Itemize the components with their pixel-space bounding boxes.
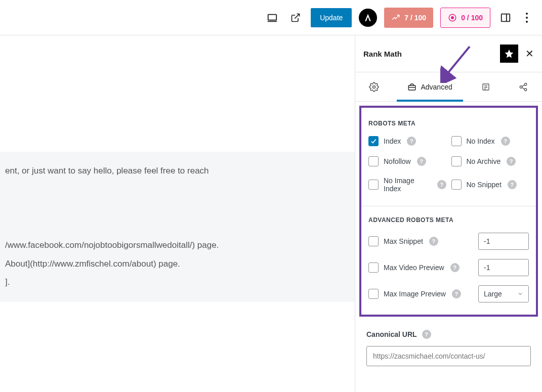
update-button[interactable]: Update — [311, 8, 352, 27]
svg-rect-5 — [502, 14, 510, 21]
external-link-icon[interactable] — [287, 10, 304, 26]
svg-point-14 — [524, 83, 527, 85]
rankmath-sidebar: Rank Math ✕ Advanced ROBOTS META — [355, 35, 542, 392]
robots-options: Index ? No Index ? Nofollow ? No Archive… — [368, 136, 529, 193]
divider — [361, 206, 536, 206]
sidebar-title: Rank Math — [363, 50, 402, 58]
preview-desktop-icon[interactable] — [264, 10, 280, 26]
label-nofollow: Nofollow — [384, 157, 411, 165]
input-max-video[interactable] — [478, 259, 529, 276]
svg-rect-0 — [268, 14, 277, 20]
tab-social[interactable] — [505, 72, 542, 101]
checkbox-index[interactable] — [368, 136, 379, 146]
schema-icon — [481, 82, 490, 92]
label-noindex: No Index — [467, 137, 495, 145]
canonical-section: Canonical URL ? — [355, 321, 542, 375]
max-snippet-row: Max Snippet ? — [368, 233, 529, 250]
help-icon[interactable]: ? — [450, 263, 460, 272]
close-icon[interactable]: ✕ — [525, 48, 534, 60]
svg-line-18 — [522, 88, 525, 89]
help-icon[interactable]: ? — [507, 157, 516, 166]
label-index: Index — [384, 137, 401, 145]
editor-toolbar: Update 7 / 100 0 / 100 — [0, 0, 542, 35]
select-max-image[interactable]: Large — [478, 285, 529, 302]
select-max-image-value: Large — [484, 290, 502, 298]
svg-point-15 — [520, 85, 522, 88]
chevron-down-icon — [517, 291, 523, 297]
label-max-image: Max Image Preview — [384, 290, 446, 298]
svg-point-16 — [524, 89, 527, 91]
ai-score-value: 0 / 100 — [461, 14, 483, 22]
help-icon[interactable]: ? — [452, 289, 461, 298]
label-nosnippet: No Snippet — [467, 181, 502, 189]
tab-general[interactable] — [355, 72, 393, 101]
ai-score-badge[interactable]: 0 / 100 — [440, 8, 490, 28]
tab-advanced[interactable]: Advanced — [393, 72, 468, 101]
checkbox-max-video[interactable] — [368, 263, 379, 273]
svg-line-2 — [295, 14, 300, 18]
robots-noindex-row: No Index ? — [451, 136, 529, 146]
svg-rect-8 — [409, 85, 416, 90]
more-options-icon[interactable] — [521, 13, 533, 23]
help-icon[interactable]: ? — [501, 137, 510, 146]
label-noarchive: No Archive — [467, 157, 501, 165]
checkbox-noarchive[interactable] — [451, 156, 462, 166]
sidebar-header: Rank Math ✕ — [355, 35, 542, 72]
help-icon[interactable]: ? — [508, 180, 517, 189]
editor-canvas: ent, or just want to say hello, please f… — [0, 35, 355, 392]
star-icon[interactable] — [500, 45, 518, 63]
svg-line-17 — [522, 84, 525, 86]
gear-icon — [369, 82, 379, 92]
panel-toggle-icon[interactable] — [497, 10, 514, 26]
label-noimageindex: No Image Index — [384, 177, 431, 193]
checkbox-noimageindex[interactable] — [368, 180, 379, 190]
help-icon[interactable]: ? — [407, 137, 416, 146]
checkbox-max-image[interactable] — [368, 289, 379, 299]
robots-nofollow-row: Nofollow ? — [368, 156, 446, 166]
label-max-snippet: Max Snippet — [384, 237, 423, 245]
checkbox-noindex[interactable] — [451, 136, 462, 146]
canonical-title: Canonical URL — [366, 330, 417, 338]
svg-point-4 — [451, 16, 454, 19]
share-icon — [519, 82, 528, 92]
input-max-snippet[interactable] — [478, 233, 529, 250]
help-icon[interactable]: ? — [437, 180, 446, 189]
checkbox-nofollow[interactable] — [368, 156, 379, 166]
robots-highlight: ROBOTS META Index ? No Index ? Nofollow … — [359, 106, 538, 317]
robots-index-row: Index ? — [368, 136, 446, 146]
seo-score-value: 7 / 100 — [404, 14, 426, 22]
help-icon[interactable]: ? — [422, 330, 431, 339]
tab-schema[interactable] — [467, 72, 505, 101]
max-video-row: Max Video Preview ? — [368, 259, 529, 276]
panel-body: ROBOTS META Index ? No Index ? Nofollow … — [355, 102, 542, 392]
max-image-row: Max Image Preview ? Large — [368, 285, 529, 302]
label-max-video: Max Video Preview — [384, 264, 444, 272]
help-icon[interactable]: ? — [429, 237, 438, 246]
adv-robots-heading: ADVANCED ROBOTS META — [368, 216, 529, 224]
robots-noarchive-row: No Archive ? — [451, 156, 529, 166]
checkbox-nosnippet[interactable] — [451, 180, 462, 190]
tab-advanced-label: Advanced — [421, 83, 452, 91]
toolbox-icon — [407, 82, 416, 92]
robots-noimageindex-row: No Image Index ? — [368, 177, 446, 193]
svg-point-7 — [372, 85, 375, 88]
checkbox-max-snippet[interactable] — [368, 236, 379, 246]
robots-nosnippet-row: No Snippet ? — [451, 177, 529, 193]
robots-meta-heading: ROBOTS META — [368, 120, 529, 127]
canonical-input[interactable] — [366, 346, 531, 366]
plugin-logo-icon[interactable] — [359, 9, 377, 27]
seo-score-badge[interactable]: 7 / 100 — [384, 8, 433, 28]
help-icon[interactable]: ? — [417, 157, 426, 166]
sidebar-tabs: Advanced — [355, 72, 542, 102]
content-text-block[interactable]: ent, or just want to say hello, please f… — [0, 152, 355, 302]
